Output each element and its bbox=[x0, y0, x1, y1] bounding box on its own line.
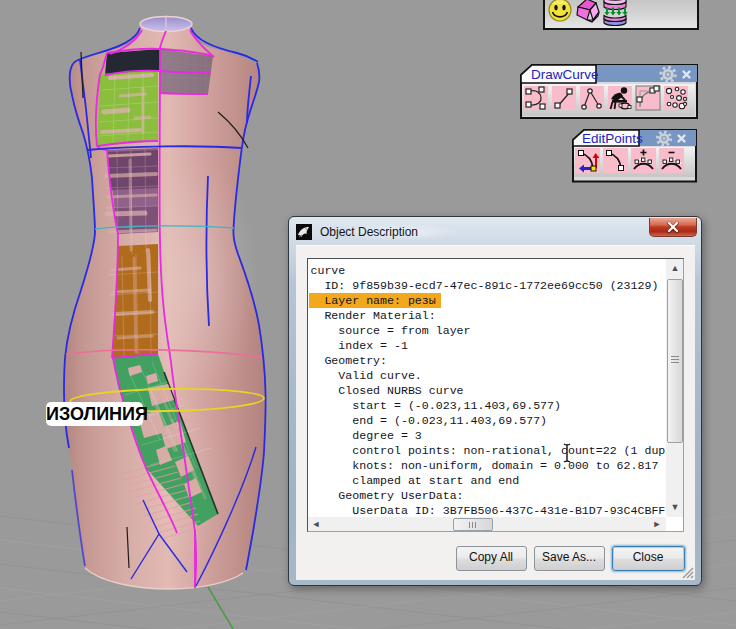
svg-text:DrawCurve: DrawCurve bbox=[531, 67, 599, 82]
svg-text:EditPoints: EditPoints bbox=[582, 131, 643, 146]
